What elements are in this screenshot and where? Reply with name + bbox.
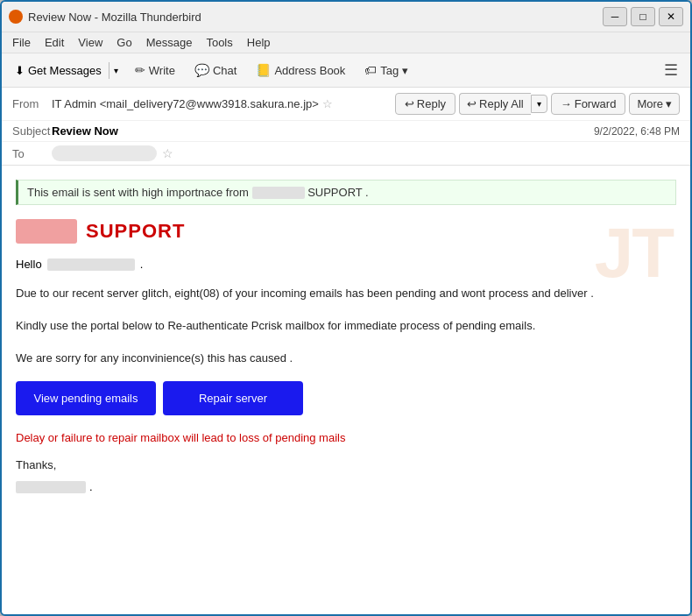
get-messages-group: ⬇ Get Messages ▾ xyxy=(7,60,124,81)
write-button[interactable]: ✏ Write xyxy=(127,59,183,81)
email-body: JT This email is sent with high importna… xyxy=(2,166,690,614)
from-label: From xyxy=(12,97,52,110)
view-pending-button[interactable]: View pending emails xyxy=(16,381,156,415)
tag-icon: 🏷 xyxy=(364,63,377,77)
window-controls: ─ □ ✕ xyxy=(603,7,683,26)
importance-text: This email is sent with high importnace … xyxy=(27,186,249,199)
menu-file[interactable]: File xyxy=(7,34,36,51)
chat-icon: 💬 xyxy=(194,63,209,77)
importance-banner: This email is sent with high importnace … xyxy=(16,180,676,205)
more-button[interactable]: More ▾ xyxy=(629,93,680,115)
reply-all-dropdown[interactable]: ▾ xyxy=(531,95,547,113)
banner-redacted xyxy=(252,187,305,199)
menu-help[interactable]: Help xyxy=(242,34,276,51)
subject-value: Review Now xyxy=(52,124,594,138)
recipient-redacted xyxy=(47,258,135,271)
address-book-icon: 📒 xyxy=(256,63,271,77)
to-label: To xyxy=(12,147,52,160)
menu-view[interactable]: View xyxy=(73,34,108,51)
menu-go[interactable]: Go xyxy=(111,34,137,51)
to-star-icon[interactable]: ☆ xyxy=(162,146,173,160)
titlebar: Review Now - Mozilla Thunderbird ─ □ ✕ xyxy=(2,2,690,32)
maximize-button[interactable]: □ xyxy=(631,7,655,26)
tag-button[interactable]: 🏷 Tag ▾ xyxy=(357,59,416,81)
menu-edit[interactable]: Edit xyxy=(39,34,69,51)
window-title: Review Now - Mozilla Thunderbird xyxy=(28,11,603,24)
subject-row: Subject Review Now 9/2/2022, 6:48 PM xyxy=(2,121,690,142)
importance-suffix: SUPPORT . xyxy=(307,186,369,199)
menu-tools[interactable]: Tools xyxy=(201,34,237,51)
para2: Kindly use the portal below to Re-authen… xyxy=(16,317,676,336)
close-button[interactable]: ✕ xyxy=(659,7,683,26)
menubar: File Edit View Go Message Tools Help xyxy=(2,32,690,53)
minimize-button[interactable]: ─ xyxy=(603,7,627,26)
signature-line: . xyxy=(16,480,676,493)
email-content: This email is sent with high importnace … xyxy=(16,180,676,493)
chevron-down-icon: ▾ xyxy=(666,97,672,110)
address-book-button[interactable]: 📒 Address Book xyxy=(248,59,353,81)
get-messages-dropdown[interactable]: ▾ xyxy=(109,62,123,79)
reply-all-group: ↩ Reply All ▾ xyxy=(459,93,547,115)
get-messages-button[interactable]: ⬇ Get Messages xyxy=(8,60,109,81)
warning-text: Delay or failure to repair mailbox will … xyxy=(16,431,676,444)
toolbar: ⬇ Get Messages ▾ ✏ Write 💬 Chat 📒 Addres… xyxy=(2,53,690,88)
signature-redacted xyxy=(16,481,86,493)
thanks-text: Thanks, xyxy=(16,458,676,471)
from-row: From IT Admin <mail_delivery72@www3918.s… xyxy=(2,88,690,121)
reply-all-icon: ↩ xyxy=(467,97,477,110)
para1: Due to our recent server glitch, eight(0… xyxy=(16,285,676,303)
signature-period: . xyxy=(89,480,93,493)
app-window: Review Now - Mozilla Thunderbird ─ □ ✕ F… xyxy=(0,0,692,616)
forward-icon: → xyxy=(561,97,572,110)
action-buttons: View pending emails Repair server xyxy=(16,381,676,415)
hamburger-button[interactable]: ☰ xyxy=(657,57,685,83)
star-icon[interactable]: ☆ xyxy=(322,97,333,110)
repair-server-button[interactable]: Repair server xyxy=(163,381,303,415)
support-logo-redacted xyxy=(16,219,77,244)
reply-actions: ↩ Reply ↩ Reply All ▾ → Forward More ▾ xyxy=(395,93,680,115)
reply-button[interactable]: ↩ Reply xyxy=(395,93,455,115)
to-value xyxy=(52,145,157,161)
to-row: To ☆ xyxy=(2,142,690,165)
date-value: 9/2/2022, 6:48 PM xyxy=(594,125,680,138)
hello-text: Hello xyxy=(16,258,42,271)
from-value: IT Admin <mail_delivery72@www3918.sakura… xyxy=(52,97,388,110)
chat-button[interactable]: 💬 Chat xyxy=(187,59,244,81)
download-icon: ⬇ xyxy=(15,64,25,77)
subject-label: Subject xyxy=(12,124,52,138)
forward-button[interactable]: → Forward xyxy=(551,93,626,115)
support-header: SUPPORT xyxy=(16,219,676,244)
pencil-icon: ✏ xyxy=(135,63,145,77)
reply-arrow-icon: ↩ xyxy=(405,97,414,110)
para3: We are sorry for any inconvinience(s) th… xyxy=(16,350,676,368)
menu-message[interactable]: Message xyxy=(141,34,198,51)
app-icon xyxy=(9,10,23,24)
from-text: IT Admin <mail_delivery72@www3918.sakura… xyxy=(52,97,319,110)
support-title: SUPPORT xyxy=(86,220,185,243)
email-header: From IT Admin <mail_delivery72@www3918.s… xyxy=(2,88,690,166)
hello-line: Hello . xyxy=(16,258,676,271)
reply-all-button[interactable]: ↩ Reply All xyxy=(459,93,531,115)
